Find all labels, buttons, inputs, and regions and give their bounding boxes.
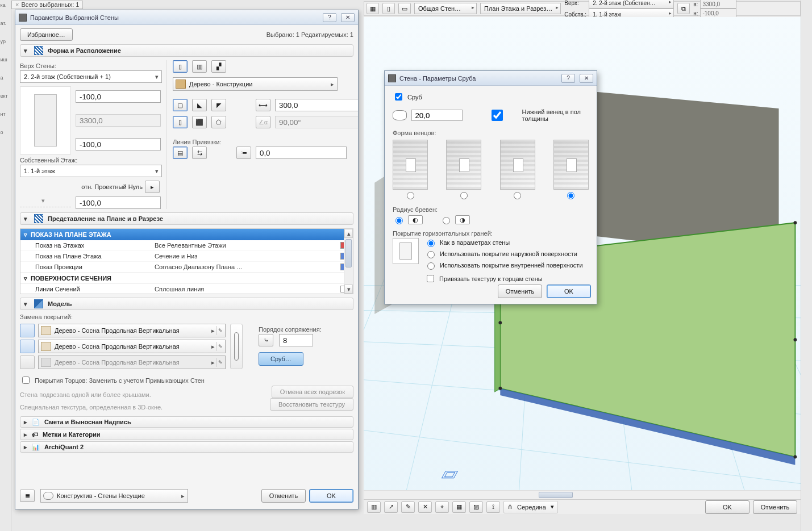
section-tags-header[interactable]: ▸ 🏷 Метки и Категории xyxy=(20,429,353,440)
scroll-down-icon[interactable]: ▾ xyxy=(344,285,353,294)
vp-tool-7[interactable]: ▨ xyxy=(469,501,483,513)
refline-offset-input[interactable] xyxy=(256,147,347,159)
plan-row-display[interactable]: Показ на Плане ЭтажаСечение и Низ xyxy=(20,251,353,262)
close-button[interactable]: ✕ xyxy=(580,74,593,83)
geom-doubleslant-button[interactable]: ◤ xyxy=(211,99,226,111)
restore-texture-button[interactable]: Восстановить текстуру xyxy=(270,398,353,411)
geom-slanted-button[interactable]: ◣ xyxy=(192,99,207,111)
to-zero-icon-button[interactable]: ▸ xyxy=(145,181,160,193)
vp-tool-3[interactable]: ✎ xyxy=(401,501,415,513)
structure-basic-button[interactable]: ▯ xyxy=(173,60,188,73)
close-icon[interactable]: × xyxy=(15,1,19,8)
section-plan-header[interactable]: ▾ Представление на Плане и в Разрезе xyxy=(20,212,353,225)
half-log-checkbox[interactable]: Нижний венец в пол толщины xyxy=(475,108,589,123)
plan-row-projection[interactable]: Показ ПроекцииСогласно Диапазону Плана … xyxy=(20,262,353,273)
log-shape-4-radio[interactable] xyxy=(567,192,574,199)
override-outer-toggle[interactable] xyxy=(20,324,35,337)
top-link-dropdown[interactable]: 2. 2-й этаж (Собственный + 1) xyxy=(20,70,162,83)
vp-tool-2[interactable]: ↗ xyxy=(384,501,398,513)
edit-icon[interactable]: ✎ xyxy=(216,358,223,367)
cut-row-lines[interactable]: Линии СеченийСплошная линия xyxy=(20,284,353,294)
refline-side-button[interactable]: ▤ xyxy=(173,147,188,159)
vp-tool-4[interactable]: ✕ xyxy=(418,501,432,513)
help-button[interactable]: ? xyxy=(323,13,336,22)
log-ok-button[interactable]: OK xyxy=(547,285,591,298)
to-zero-input[interactable] xyxy=(76,196,161,209)
infobar-view-dropdown[interactable]: План Этажа и Разрез… xyxy=(480,3,561,14)
infobar-material-dropdown[interactable]: Общая Стен… xyxy=(414,3,477,14)
top-offset-input[interactable] xyxy=(76,90,161,103)
profile-slant-button[interactable]: ⬛ xyxy=(192,116,207,128)
edit-icon[interactable]: ✎ xyxy=(216,326,223,335)
log-shape-2-radio[interactable] xyxy=(460,192,468,199)
bottom-offset-input[interactable] xyxy=(76,138,161,150)
cover-opt-wall[interactable]: Как в параметрах стены xyxy=(424,238,583,247)
junction-input[interactable] xyxy=(279,334,313,346)
cut-group-header[interactable]: ▿ ПОВЕРХНОСТИ СЕЧЕНИЯ xyxy=(20,273,353,284)
end-surfaces-checkbox[interactable]: Покрытия Торцов: Заменить с учетом Примы… xyxy=(20,375,353,386)
scroll-up-icon[interactable]: ▴ xyxy=(344,229,353,238)
geom-straight-button[interactable]: ▢ xyxy=(173,99,188,111)
surface-link-chain[interactable] xyxy=(230,324,243,369)
layer-icon-button[interactable]: ≣ xyxy=(20,490,35,502)
wall-height-input[interactable] xyxy=(76,114,161,127)
geometry-method-1[interactable]: ▯ xyxy=(382,3,395,14)
home-story-dropdown[interactable]: 1. 1-й этаж xyxy=(20,165,162,177)
refline-flip-button[interactable]: ⇆ xyxy=(192,147,207,159)
edit-icon[interactable]: ✎ xyxy=(216,342,223,351)
surface-edge-dropdown[interactable]: Дерево - Сосна Продольная Вертикальная✎ xyxy=(38,340,226,353)
infobar-offset-input[interactable] xyxy=(700,9,736,18)
infobar-tool-icon[interactable]: ▦ xyxy=(367,3,379,14)
thickness-input[interactable] xyxy=(275,99,358,111)
undo-crops-button[interactable]: Отмена всех подрезок xyxy=(272,386,353,398)
cancel-button[interactable]: Отменить xyxy=(261,489,306,503)
infobar-top-link-dropdown[interactable]: 2. 2-й этаж (Собствен… xyxy=(589,0,674,9)
profile-trap-button[interactable]: ⬠ xyxy=(211,116,226,128)
section-shape-header[interactable]: ▾ Форма и Расположение xyxy=(20,44,353,57)
ok-button[interactable]: OK xyxy=(309,489,353,503)
infobar-height-input[interactable] xyxy=(700,0,736,9)
geometry-method-2[interactable]: ▭ xyxy=(398,3,411,14)
cover-opt-inner[interactable]: Использовать покрытие внутренней поверхн… xyxy=(424,261,583,270)
log-enable-checkbox[interactable]: Сруб xyxy=(393,91,589,102)
vp-tool-5[interactable]: ⌖ xyxy=(435,501,449,513)
cover-opt-outer[interactable]: Использовать покрытие наружной поверхнос… xyxy=(424,249,583,258)
log-shape-3-radio[interactable] xyxy=(514,192,521,199)
viewport-hscroll[interactable] xyxy=(364,490,801,499)
vp-tool-6[interactable]: ▦ xyxy=(452,501,466,513)
structure-profile-button[interactable]: ▞ xyxy=(211,60,226,73)
building-material-dropdown[interactable]: Дерево - Конструкции xyxy=(173,77,338,91)
plan-row-show-on[interactable]: Показ на ЭтажахВсе Релевантные Этажи xyxy=(20,240,353,251)
log-diameter-input[interactable] xyxy=(411,110,463,121)
log-radius-opt1[interactable]: ◐ xyxy=(393,215,423,224)
section-model-header[interactable]: ▾ Модель xyxy=(20,298,353,310)
texture-align-checkbox[interactable]: Привязать текстуру к торцам стены xyxy=(424,273,583,284)
log-cancel-button[interactable]: Отменить xyxy=(498,285,542,298)
profile-rect-button[interactable]: ▯ xyxy=(173,116,188,128)
layer-dropdown[interactable]: Конструктив - Стены Несущие xyxy=(40,489,188,503)
log-settings-button[interactable]: Сруб… xyxy=(259,352,303,366)
surface-outer-dropdown[interactable]: Дерево - Сосна Продольная Вертикальная✎ xyxy=(38,324,226,337)
vp-tool-1[interactable]: ▥ xyxy=(367,501,381,513)
help-button[interactable]: ? xyxy=(561,74,575,83)
close-button[interactable]: ✕ xyxy=(341,13,355,22)
structure-composite-button[interactable]: ▥ xyxy=(192,60,207,73)
override-inner-toggle[interactable] xyxy=(20,356,35,369)
scroll-thumb[interactable] xyxy=(345,239,352,267)
section-archiquant-header[interactable]: ▸ 📊 ArchiQuant 2 xyxy=(20,441,353,453)
section-listing-header[interactable]: ▸ 📄 Смета и Выносная Надпись xyxy=(20,416,353,428)
log-dialog-titlebar[interactable]: Стена - Параметры Сруба ? ✕ xyxy=(385,71,597,86)
vp-tool-8[interactable]: ⟟ xyxy=(486,501,500,513)
dialog-titlebar[interactable]: Параметры Выбранной Стены ? ✕ xyxy=(15,10,358,25)
log-radius-opt2[interactable]: ◑ xyxy=(440,215,470,224)
infobar-dim-icon[interactable]: ⧉ xyxy=(677,3,690,14)
vp-ok-button[interactable]: OK xyxy=(705,500,749,514)
snap-mode[interactable]: ⋔ Середина ▾ xyxy=(503,501,558,513)
plan-list-scrollbar[interactable]: ▴ ▾ xyxy=(344,229,353,294)
override-edge-toggle[interactable] xyxy=(20,340,35,353)
favorites-button[interactable]: Избранное… xyxy=(20,28,73,41)
vp-cancel-button[interactable]: Отменить xyxy=(753,500,797,514)
surface-inner-dropdown[interactable]: Дерево - Сосна Продольная Вертикальная✎ xyxy=(38,356,226,369)
log-shape-1-radio[interactable] xyxy=(407,192,414,199)
plan-group-header[interactable]: ▿ ПОКАЗ НА ПЛАНЕ ЭТАЖА xyxy=(20,229,353,240)
